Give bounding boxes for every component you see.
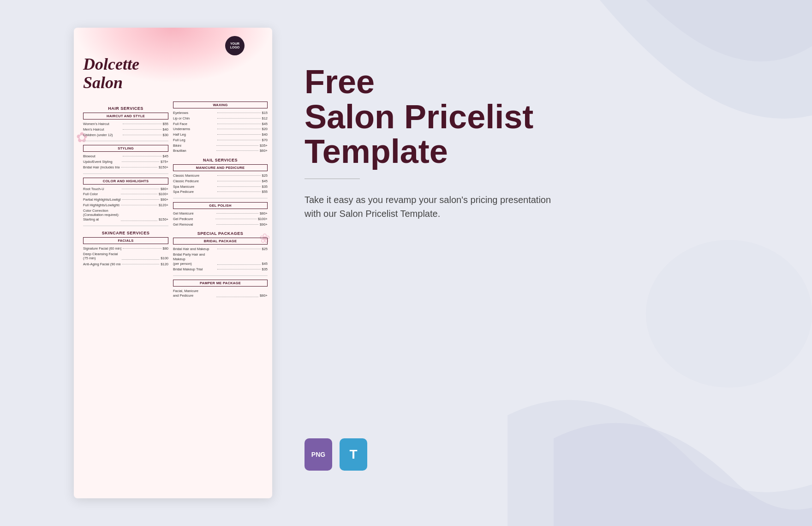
heading-line1: Free <box>304 63 375 100</box>
price-row: Women's Haircut $55 <box>83 122 168 126</box>
price-row: Men's Haircut $40 <box>83 127 168 132</box>
price-row: Anti-Aging Facial (90 min) $120 <box>83 262 168 267</box>
price-row: Blowout $45 <box>83 154 168 159</box>
price-row: Bikini $35+ <box>173 143 268 148</box>
color-highlights-box: COLOR AND HIGHLIGHTS <box>83 178 168 185</box>
price-row: Children (under 12) $30 <box>83 133 168 137</box>
styling-box: STYLING <box>83 145 168 152</box>
svg-point-0 <box>646 240 812 388</box>
price-row: Gel Pedicure $100+ <box>173 217 268 221</box>
special-packages-title: SPECIAL PACKAGES <box>173 231 268 236</box>
price-row: Lip or Chin $12 <box>173 116 268 121</box>
salon-title: Dolcette Salon <box>83 55 139 92</box>
haircut-style-box: HAIRCUT AND STYLE <box>83 113 168 120</box>
price-row-multi: Bridal Party Hair and Makeup(per person)… <box>173 252 268 266</box>
price-row: Gel Removal $90+ <box>173 222 268 227</box>
png-label: PNG <box>311 451 325 458</box>
description-text: Take it easy as you revamp your salon's … <box>304 193 563 221</box>
pamper-package-box: PAMPER ME PACKAGE <box>173 280 268 287</box>
bridal-package-box: BRIDAL PACKAGE <box>173 238 268 245</box>
price-row: Underarms $20 <box>173 127 268 132</box>
logo-text: YOUR LOGO <box>225 42 245 50</box>
price-row: Updo/Event Styling $75+ <box>83 160 168 164</box>
price-row: Partial Highlights/Lowlights $90+ <box>83 197 168 202</box>
png-icon: PNG <box>304 438 332 471</box>
gel-polish-box: GEL POLISH <box>173 202 268 209</box>
skincare-services-title: SKINCARE SERVICES <box>83 231 168 235</box>
price-row: Half Leg $40 <box>173 132 268 137</box>
logo-circle: YOUR LOGO <box>225 36 245 55</box>
price-row: Classic Manicure $25 <box>173 173 268 178</box>
t-icon: T <box>340 438 367 471</box>
salon-name-line2: Salon <box>83 73 123 92</box>
price-row: Full Color $100+ <box>83 192 168 197</box>
right-panel: Free Salon Pricelist Template Take it ea… <box>304 65 627 221</box>
document-card: YOUR LOGO Dolcette Salon ✿ ❀ HAIR SERVIC… <box>74 28 272 498</box>
price-row: Bridal Hair and Makeup $25 <box>173 247 268 251</box>
price-row: Classic Pedicure $45 <box>173 179 268 184</box>
price-row: Signature Facial (60 min) $80 <box>83 246 168 251</box>
price-row: Spa Pedicure $55 <box>173 190 268 194</box>
price-row-multi: Facial, Manicureand Pedicure $80+ <box>173 289 268 298</box>
salon-name-line1: Dolcette <box>83 55 139 73</box>
price-row-multi: Color Correction(Consultation required):… <box>83 209 168 222</box>
hair-services-title: HAIR SERVICES <box>83 106 168 111</box>
price-row: Spa Manicure $35 <box>173 185 268 189</box>
heading-line2: Salon Pricelist <box>304 98 533 135</box>
price-row: Root Touch-U $80+ <box>83 187 168 191</box>
nail-services-title: NAIL SERVICES <box>173 158 268 162</box>
price-row: Full Leg $70 <box>173 138 268 143</box>
t-label: T <box>349 447 357 462</box>
price-row: Brazilian $60+ <box>173 149 268 153</box>
heading-line3: Template <box>304 133 448 170</box>
main-heading: Free Salon Pricelist Template <box>304 65 627 169</box>
price-row: Bridal Hair (includes trial) $150+ <box>83 165 168 170</box>
price-row: Full Highlights/Lowlights $120+ <box>83 203 168 208</box>
price-row: Eyebrows $15 <box>173 111 268 115</box>
price-row: Bridal Makeup Trial $35 <box>173 267 268 272</box>
manicure-pedicure-box: MANICURE AND PEDICURE <box>173 164 268 171</box>
price-row: Gel Manicure $80+ <box>173 211 268 216</box>
facials-box: FACIALS <box>83 237 168 244</box>
separator <box>304 179 360 179</box>
file-icons: PNG T <box>304 438 367 471</box>
price-row: Full Face $45 <box>173 122 268 126</box>
left-column: HAIR SERVICES HAIRCUT AND STYLE Women's … <box>83 102 168 268</box>
right-column: WAXING Eyebrows $15 Lip or Chin $12 Full… <box>173 102 268 299</box>
waxing-box: WAXING <box>173 102 268 108</box>
price-row-multi: Deep Cleansing Facial(75 min) $100 <box>83 252 168 261</box>
